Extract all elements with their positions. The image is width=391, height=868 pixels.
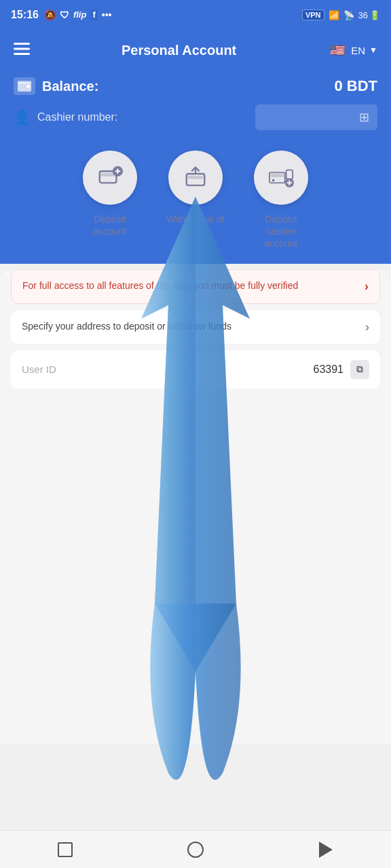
nav-back-icon [319, 842, 333, 858]
svg-rect-1 [14, 48, 30, 50]
menu-button[interactable] [14, 41, 30, 59]
cashier-icon: 👤 [14, 109, 31, 125]
nav-circle-icon [187, 842, 204, 858]
balance-row: Balance: 0 BDT [14, 77, 377, 95]
balance-amount: 0 BDT [334, 77, 377, 95]
user-id-label: User ID [22, 363, 56, 375]
svg-rect-2 [14, 53, 30, 55]
balance-label: Balance: [14, 77, 98, 95]
svg-rect-11 [187, 174, 205, 185]
withdrawal-label: Withdrawal of funds [165, 213, 226, 237]
flag-icon: 🇺🇸 [328, 41, 347, 60]
svg-point-15 [272, 179, 275, 182]
chevron-down-icon: ▼ [369, 45, 377, 55]
svg-rect-16 [286, 170, 293, 179]
cashier-row: 👤 Cashier number: ⊞ [14, 104, 377, 130]
withdrawal-button[interactable]: Withdrawal of funds [165, 151, 226, 250]
nav-square-button[interactable] [52, 836, 79, 863]
notification-icons: 🔕 🛡 flip f ••• [44, 9, 112, 20]
address-banner-text: Specify your address to deposit or withd… [22, 320, 360, 334]
signal-icon: 📶 [329, 10, 339, 20]
deposit-account-label: Deposit account [79, 213, 141, 237]
vpn-badge: VPN [302, 9, 324, 20]
main-content: For full access to all features of the a… [0, 269, 391, 744]
nav-home-button[interactable] [182, 836, 209, 863]
nav-back-button[interactable] [312, 836, 339, 863]
dots-icon: ••• [102, 9, 112, 20]
battery: 36 🔋 [358, 10, 380, 20]
verification-alert[interactable]: For full access to all features of the a… [11, 269, 380, 304]
wifi-icon: 📡 [343, 10, 354, 20]
address-banner[interactable]: Specify your address to deposit or withd… [11, 311, 380, 344]
nav-bar [0, 830, 391, 868]
withdrawal-circle [168, 151, 223, 205]
deposit-account-circle [83, 151, 137, 205]
deposit-cashier-label: Deposit cashier account [250, 213, 312, 250]
time: 15:16 [11, 9, 39, 21]
verification-alert-text: For full access to all features of the a… [22, 279, 359, 293]
bell-off-icon: 🔕 [44, 9, 56, 20]
language-label: EN [351, 45, 365, 56]
battery-icon: 🔋 [369, 10, 380, 20]
user-id-value: 63391 ⧉ [314, 360, 370, 379]
wallet-icon [14, 77, 35, 95]
svg-rect-0 [14, 43, 30, 45]
address-chevron-icon: › [365, 320, 369, 334]
header: Personal Account 🇺🇸 EN ▼ [0, 30, 391, 71]
copy-icon: ⊞ [359, 110, 369, 125]
svg-rect-5 [26, 85, 30, 88]
f-icon: f [90, 9, 97, 20]
verification-chevron-icon: › [365, 279, 369, 294]
svg-rect-7 [101, 173, 115, 176]
actions-container: Deposit account Withdrawal of funds [0, 151, 391, 264]
flip-icon: flip [73, 9, 87, 20]
nav-square-icon [58, 842, 73, 857]
status-left: 15:16 🔕 🛡 flip f ••• [11, 9, 111, 21]
user-id-number: 63391 [314, 363, 344, 376]
status-right: VPN 📶 📡 36 🔋 [302, 9, 380, 20]
blue-section: Balance: 0 BDT 👤 Cashier number: ⊞ [0, 71, 391, 157]
cashier-label: 👤 Cashier number: [14, 109, 117, 125]
language-selector[interactable]: 🇺🇸 EN ▼ [328, 41, 377, 60]
copy-icon: ⧉ [356, 363, 363, 375]
user-id-row: User ID 63391 ⧉ [11, 351, 380, 389]
svg-rect-14 [271, 174, 284, 177]
deposit-account-button[interactable]: Deposit account [79, 151, 141, 250]
cashier-number-input[interactable]: ⊞ [255, 104, 377, 130]
user-id-copy-button[interactable]: ⧉ [350, 360, 369, 379]
svg-rect-12 [188, 176, 204, 179]
page-title: Personal Account [122, 43, 236, 58]
deposit-cashier-circle [254, 151, 308, 205]
deposit-cashier-button[interactable]: Deposit cashier account [250, 151, 312, 250]
svg-rect-4 [18, 81, 31, 83]
shield-icon: 🛡 [60, 9, 69, 20]
status-bar: 15:16 🔕 🛡 flip f ••• VPN 📶 📡 36 🔋 [0, 0, 391, 30]
